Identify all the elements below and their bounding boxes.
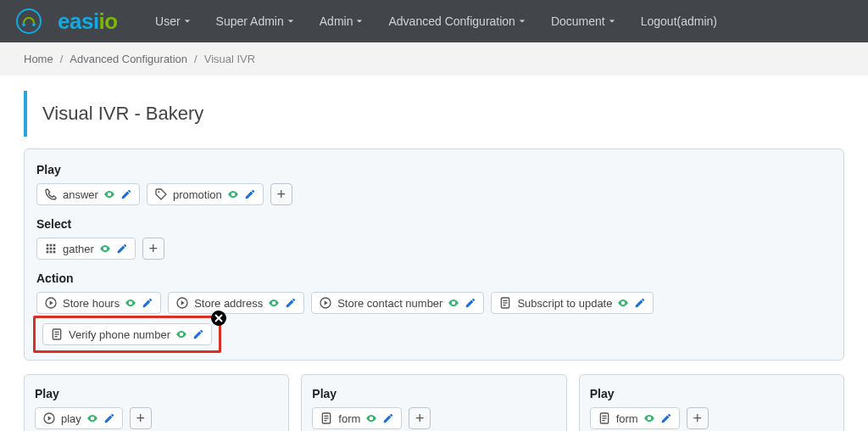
branch3-form-label: form — [616, 412, 638, 425]
chevron-down-icon — [519, 18, 526, 25]
action-item-verify-phone[interactable]: Verify phone number — [42, 323, 212, 345]
action-item-label: Subscript to update — [517, 297, 612, 310]
select-item-label: gather — [63, 243, 94, 255]
branch2-form-item[interactable]: form — [312, 407, 402, 429]
edit-icon[interactable] — [660, 412, 672, 424]
breadcrumb: Home / Advanced Configuration / Visual I… — [0, 42, 868, 76]
edit-icon[interactable] — [120, 188, 132, 200]
branch2-form-label: form — [338, 412, 360, 425]
section-play-title: Play — [35, 387, 278, 400]
action-item-label: Store hours — [63, 297, 120, 310]
tag-icon — [154, 188, 168, 201]
close-icon — [214, 314, 223, 322]
chevron-down-icon — [184, 18, 191, 25]
action-item-store-contact[interactable]: Store contact number — [311, 292, 484, 314]
nav-logout-label: Logout(admin) — [641, 14, 717, 28]
top-nav: easiio User Super Admin Admin Advanced C… — [0, 0, 868, 42]
add-select-button[interactable]: + — [142, 238, 164, 260]
edit-icon[interactable] — [116, 243, 128, 255]
add-play-button[interactable]: + — [270, 183, 292, 205]
edit-icon[interactable] — [103, 412, 115, 424]
brand-easi: easi — [58, 8, 99, 34]
nav-advconf-label: Advanced Configuration — [388, 14, 515, 28]
branch1-play-item[interactable]: play — [35, 407, 123, 429]
breadcrumb-sep: / — [60, 53, 64, 65]
edit-icon[interactable] — [382, 412, 394, 424]
nav-superadmin[interactable]: Super Admin — [216, 14, 294, 28]
play-circle-icon — [44, 296, 58, 310]
nav-admin-label: Admin — [320, 14, 353, 28]
play-item-answer[interactable]: answer — [36, 183, 140, 205]
nav-logout[interactable]: Logout(admin) — [641, 14, 717, 28]
section-action-title: Action — [36, 271, 832, 285]
edit-icon[interactable] — [192, 328, 204, 340]
nav-user-label: User — [155, 14, 181, 28]
form-icon — [598, 411, 611, 425]
nav-advconf[interactable]: Advanced Configuration — [388, 14, 525, 28]
eye-icon[interactable] — [268, 297, 280, 309]
play-circle-icon — [175, 296, 189, 310]
eye-icon[interactable] — [125, 297, 136, 309]
branch-panel-2: Play form + Select — [301, 374, 566, 431]
section-play-title: Play — [36, 163, 832, 176]
play-circle-icon — [319, 296, 332, 310]
edit-icon[interactable] — [244, 188, 256, 200]
section-play-title: Play — [590, 387, 833, 400]
highlight-verify-phone: Verify phone number — [33, 316, 221, 353]
phone-icon — [44, 188, 58, 201]
eye-icon[interactable] — [103, 188, 115, 200]
breadcrumb-home[interactable]: Home — [24, 53, 53, 65]
brand-icon — [15, 8, 42, 35]
chevron-down-icon — [287, 18, 294, 25]
edit-icon[interactable] — [634, 297, 646, 309]
play-item-promotion[interactable]: promotion — [147, 183, 264, 205]
breadcrumb-sep: / — [194, 53, 198, 65]
nav-admin[interactable]: Admin — [320, 14, 364, 28]
edit-icon[interactable] — [142, 297, 153, 309]
branch-panel-1: Play play + Select — [24, 374, 289, 431]
section-play-title: Play — [312, 387, 555, 400]
action-item-label: Store address — [194, 297, 263, 310]
play-item-label: promotion — [173, 188, 222, 201]
eye-icon[interactable] — [617, 297, 629, 309]
form-icon — [498, 296, 512, 310]
add-play-button[interactable]: + — [409, 407, 431, 429]
eye-icon[interactable] — [99, 243, 111, 255]
select-item-gather[interactable]: gather — [36, 238, 136, 260]
add-play-button[interactable]: + — [687, 407, 709, 429]
nav-document[interactable]: Document — [551, 14, 615, 28]
eye-icon[interactable] — [175, 328, 187, 340]
nav-user[interactable]: User — [155, 14, 191, 28]
brand-logo: easiio — [58, 8, 118, 35]
add-play-button[interactable]: + — [130, 407, 152, 429]
action-item-label: Verify phone number — [69, 328, 170, 341]
panel-main: Play answer promotion + Select — [24, 148, 844, 361]
section-select-title: Select — [36, 217, 832, 231]
branch3-form-item[interactable]: form — [590, 407, 680, 429]
nav-document-label: Document — [551, 14, 605, 28]
page-title: Visual IVR - Bakery — [24, 91, 844, 137]
form-icon — [320, 411, 333, 425]
action-item-store-address[interactable]: Store address — [168, 292, 304, 314]
eye-icon[interactable] — [86, 412, 98, 424]
form-icon — [50, 327, 64, 341]
play-item-label: answer — [63, 188, 98, 201]
brand-io: io — [99, 8, 118, 34]
eye-icon[interactable] — [643, 412, 655, 424]
nav-superadmin-label: Super Admin — [216, 14, 284, 28]
edit-icon[interactable] — [285, 297, 297, 309]
action-item-store-hours[interactable]: Store hours — [36, 292, 161, 314]
edit-icon[interactable] — [465, 297, 476, 309]
eye-icon[interactable] — [448, 297, 459, 309]
branch-panel-3: Play form + Select — [579, 374, 844, 431]
eye-icon[interactable] — [365, 412, 377, 424]
branch1-play-label: play — [61, 412, 81, 425]
breadcrumb-advconf[interactable]: Advanced Configuration — [70, 53, 187, 65]
action-item-subscript[interactable]: Subscript to update — [491, 292, 654, 314]
play-circle-icon — [42, 411, 56, 425]
action-item-label: Store contact number — [337, 297, 442, 310]
breadcrumb-current: Visual IVR — [204, 53, 255, 65]
close-badge[interactable] — [211, 311, 226, 326]
keypad-icon — [44, 242, 58, 255]
eye-icon[interactable] — [227, 188, 239, 200]
